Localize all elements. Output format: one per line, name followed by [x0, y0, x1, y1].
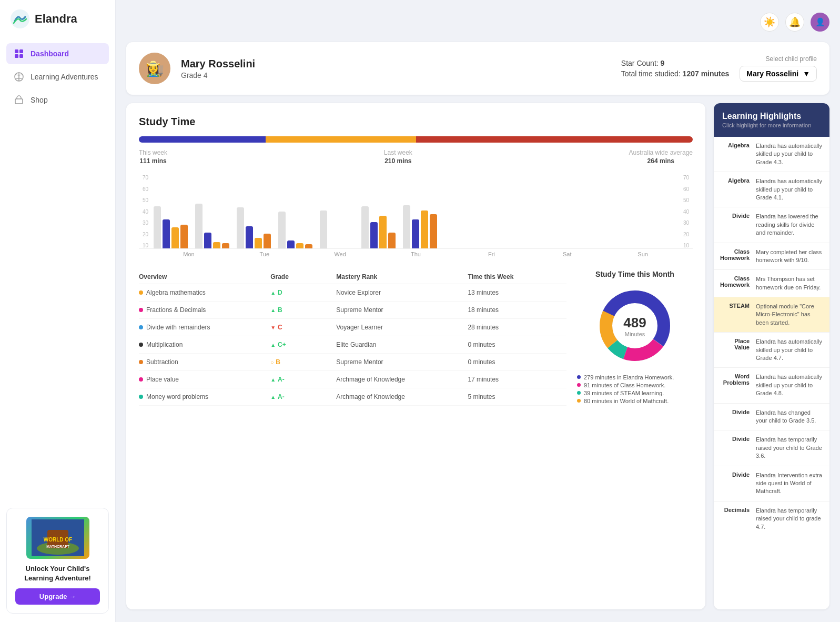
- highlight-item[interactable]: Class Homework Mary completed her class …: [714, 243, 829, 270]
- highlight-text: Elandra has temporarily raised your chil…: [756, 507, 823, 531]
- subject-dot: [139, 308, 143, 312]
- legend-dot: [577, 399, 581, 403]
- grade-arrow-icon: ▲: [270, 377, 276, 383]
- highlight-text: Mary completed her class homework with 9…: [756, 248, 823, 265]
- highlight-text: Elandra has automatically skilled up you…: [756, 373, 823, 397]
- highlight-item[interactable]: Class Homework Mrs Thompson has set home…: [714, 270, 829, 297]
- user-avatar[interactable]: 👤: [811, 13, 829, 32]
- pb-this-week: [139, 136, 266, 143]
- content-row: Study Time This week 111 mins Last week …: [126, 103, 829, 609]
- profile-selector: Select child profile Mary Rosselini ▼: [740, 55, 817, 82]
- grade-value: A-: [278, 376, 285, 383]
- day-wed: [237, 207, 271, 248]
- highlight-subject: Divide: [720, 436, 752, 460]
- highlight-text: Optional module "Core Micro-Electronic" …: [756, 303, 823, 327]
- pb-last-week: [266, 136, 416, 143]
- highlight-item[interactable]: Divide Elandra has temporarily raised yo…: [714, 430, 829, 466]
- sun-icon[interactable]: ☀️: [760, 13, 779, 32]
- total-time: Total time studied: 1207 minutes: [621, 69, 729, 78]
- overview-section: Overview Grade Mastery Rank Time this We…: [139, 270, 693, 406]
- subject-dot: [139, 360, 143, 364]
- highlight-text: Elandra has lowered the reading skills f…: [756, 213, 823, 237]
- donut-section: Study Time this Month: [577, 270, 693, 406]
- highlight-item[interactable]: Decimals Elandra has temporarily raised …: [714, 501, 829, 536]
- week-this: This week 111 mins: [139, 149, 167, 165]
- sidebar-item-dashboard[interactable]: Dashboard: [6, 43, 109, 64]
- y-axis-right: 70605040302010: [680, 175, 693, 248]
- dashboard-label: Dashboard: [31, 49, 69, 58]
- study-time-panel: Study Time This week 111 mins Last week …: [126, 103, 705, 609]
- upgrade-button[interactable]: Upgrade →: [15, 588, 100, 605]
- highlights-subtitle: Click highlight for more information: [722, 122, 821, 128]
- highlight-text: Mrs Thompson has set homework due on Fri…: [756, 275, 823, 292]
- highlight-item[interactable]: STEAM Optional module "Core Micro-Electr…: [714, 297, 829, 333]
- day-thu: [278, 212, 312, 248]
- highlight-item[interactable]: Divide Elandra Intervention extra side q…: [714, 466, 829, 501]
- day-sat: [361, 206, 396, 248]
- app-name: Elandra: [35, 12, 77, 26]
- x-label-mon: Mon: [155, 251, 223, 257]
- week-average: Australia wide average 264 mins: [629, 149, 693, 165]
- donut-legend: 279 minutes in Elandra Homework. 91 minu…: [577, 374, 693, 404]
- svg-rect-4: [19, 54, 23, 58]
- subject-dot: [139, 290, 143, 295]
- svg-rect-1: [15, 49, 18, 53]
- grade-arrow-icon: ▲: [270, 394, 276, 400]
- highlight-item[interactable]: Word Problems Elandra has automatically …: [714, 368, 829, 403]
- svg-rect-3: [15, 54, 18, 58]
- bar-chart: 70605040302010: [139, 173, 693, 257]
- donut-title: Study Time this Month: [577, 270, 693, 278]
- highlight-item[interactable]: Algebra Elandra has automatically skille…: [714, 172, 829, 207]
- x-label-tue: Tue: [230, 251, 299, 257]
- grade-value: C+: [278, 341, 286, 348]
- promo-banner: WORLD OF MATHCRAFT Unlock Your Child's L…: [6, 508, 109, 614]
- subject-dot: [139, 325, 143, 329]
- highlight-text: Elandra has automatically skilled up you…: [756, 177, 823, 202]
- promo-title: Unlock Your Child's Learning Adventure!: [15, 564, 100, 583]
- child-profile-dropdown[interactable]: Mary Rosselini ▼: [740, 66, 817, 82]
- grade-value: B: [278, 306, 282, 314]
- legend-dot: [577, 383, 581, 387]
- highlight-subject: Decimals: [720, 507, 752, 531]
- highlight-subject: Divide: [720, 409, 752, 425]
- logo[interactable]: Elandra: [0, 0, 115, 38]
- day-mon: [154, 206, 188, 248]
- legend-dot: [577, 375, 581, 379]
- day-tue: [195, 204, 229, 248]
- svg-rect-7: [15, 99, 23, 104]
- legend-item: 39 minutes of STEAM learning.: [577, 390, 693, 396]
- grade-value: C: [278, 324, 282, 331]
- profile-stats: Star Count: 9 Total time studied: 1207 m…: [621, 59, 729, 78]
- progress-bars: [139, 136, 693, 143]
- highlight-subject: STEAM: [720, 303, 752, 327]
- highlight-subject: Algebra: [720, 142, 752, 166]
- sidebar-item-shop[interactable]: Shop: [6, 89, 109, 111]
- highlight-item[interactable]: Place Value Elandra has automatically sk…: [714, 333, 829, 368]
- chart-bars: [151, 175, 680, 248]
- profile-name: Mary Rosselini: [181, 58, 590, 70]
- sidebar-item-learning[interactable]: Learning Adventures: [6, 66, 109, 87]
- main-content: ☀️ 🔔 👤 👩‍🌾 Mary Rosselini Grade 4 Star C…: [116, 0, 840, 622]
- highlight-item[interactable]: Divide Elandra has changed your child to…: [714, 404, 829, 431]
- highlights-title: Learning Highlights: [722, 112, 821, 121]
- x-label-sat: Sat: [533, 251, 601, 257]
- highlights-panel: Learning Highlights Click highlight for …: [714, 103, 829, 609]
- pb-average: [416, 136, 693, 143]
- highlight-subject: Algebra: [720, 177, 752, 202]
- highlight-item[interactable]: Divide Elandra has lowered the reading s…: [714, 207, 829, 243]
- logo-icon: [11, 9, 29, 28]
- week-last: Last week 210 mins: [384, 149, 412, 165]
- shop-icon: [14, 95, 24, 105]
- day-sun: [403, 205, 437, 248]
- donut-chart: 489 Minutes: [593, 284, 677, 368]
- legend-item: 80 minutes in World of Mathcraft.: [577, 398, 693, 404]
- table-row: Divide with remainders ▼ C Voyager Learn…: [139, 319, 566, 336]
- highlights-header: Learning Highlights Click highlight for …: [714, 103, 829, 137]
- highlight-item[interactable]: Algebra Elandra has automatically skille…: [714, 137, 829, 172]
- highlight-subject: Divide: [720, 213, 752, 237]
- bell-icon[interactable]: 🔔: [785, 13, 804, 32]
- overview-table: Overview Grade Mastery Rank Time this We…: [139, 270, 566, 406]
- grade-arrow-icon: ▲: [270, 290, 276, 296]
- grade-arrow-icon: ▼: [270, 325, 276, 330]
- highlight-subject: Word Problems: [720, 373, 752, 397]
